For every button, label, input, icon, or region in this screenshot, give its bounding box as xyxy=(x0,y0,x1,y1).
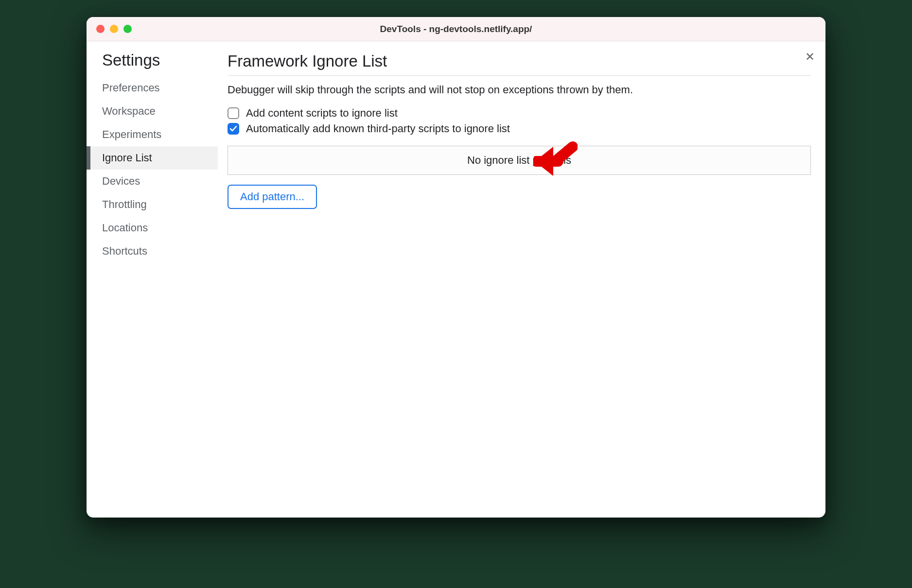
sidebar-item-label: Throttling xyxy=(102,198,147,210)
checkbox-label: Automatically add known third-party scri… xyxy=(246,122,510,135)
checkbox-auto-add-third-party[interactable]: Automatically add known third-party scri… xyxy=(228,122,811,135)
sidebar-item-label: Ignore List xyxy=(102,152,152,164)
section-description: Debugger will skip through the scripts a… xyxy=(228,84,811,96)
ignore-list-patterns-box: No ignore list patterns xyxy=(228,146,811,175)
checkbox-add-content-scripts[interactable]: Add content scripts to ignore list xyxy=(228,107,811,120)
sidebar-item-throttling[interactable]: Throttling xyxy=(87,193,218,216)
sidebar-item-locations[interactable]: Locations xyxy=(87,216,218,240)
sidebar-item-label: Shortcuts xyxy=(102,245,147,257)
window-titlebar: DevTools - ng-devtools.netlify.app/ xyxy=(87,17,825,41)
minimize-window-icon[interactable] xyxy=(110,25,118,33)
sidebar-item-workspace[interactable]: Workspace xyxy=(87,100,218,123)
settings-main: Framework Ignore List Debugger will skip… xyxy=(218,41,825,518)
sidebar-item-devices[interactable]: Devices xyxy=(87,170,218,193)
add-pattern-button[interactable]: Add pattern... xyxy=(228,185,317,209)
close-window-icon[interactable] xyxy=(96,25,105,33)
sidebar-item-label: Experiments xyxy=(102,128,161,140)
maximize-window-icon[interactable] xyxy=(123,25,132,33)
sidebar-item-label: Preferences xyxy=(102,82,160,94)
close-icon[interactable]: ✕ xyxy=(805,50,815,64)
window-title: DevTools - ng-devtools.netlify.app/ xyxy=(380,24,532,35)
page-title: Framework Ignore List xyxy=(228,52,811,76)
sidebar-title: Settings xyxy=(87,51,218,76)
sidebar-item-ignore-list[interactable]: Ignore List xyxy=(87,146,218,170)
sidebar-item-label: Workspace xyxy=(102,105,156,117)
checkbox-label: Add content scripts to ignore list xyxy=(246,107,398,120)
sidebar-item-label: Locations xyxy=(102,222,148,234)
sidebar-item-preferences[interactable]: Preferences xyxy=(87,76,218,100)
empty-patterns-text: No ignore list patterns xyxy=(467,154,571,166)
sidebar-item-experiments[interactable]: Experiments xyxy=(87,123,218,146)
sidebar-item-label: Devices xyxy=(102,175,140,187)
devtools-window: DevTools - ng-devtools.netlify.app/ ✕ Se… xyxy=(87,17,825,518)
settings-panel: ✕ Settings Preferences Workspace Experim… xyxy=(87,41,825,518)
add-pattern-label: Add pattern... xyxy=(240,190,304,203)
checkbox-checked-icon[interactable] xyxy=(228,123,239,135)
sidebar-item-shortcuts[interactable]: Shortcuts xyxy=(87,240,218,263)
settings-sidebar: Settings Preferences Workspace Experimen… xyxy=(87,41,218,518)
checkbox-icon[interactable] xyxy=(228,107,239,119)
window-controls xyxy=(87,25,132,33)
